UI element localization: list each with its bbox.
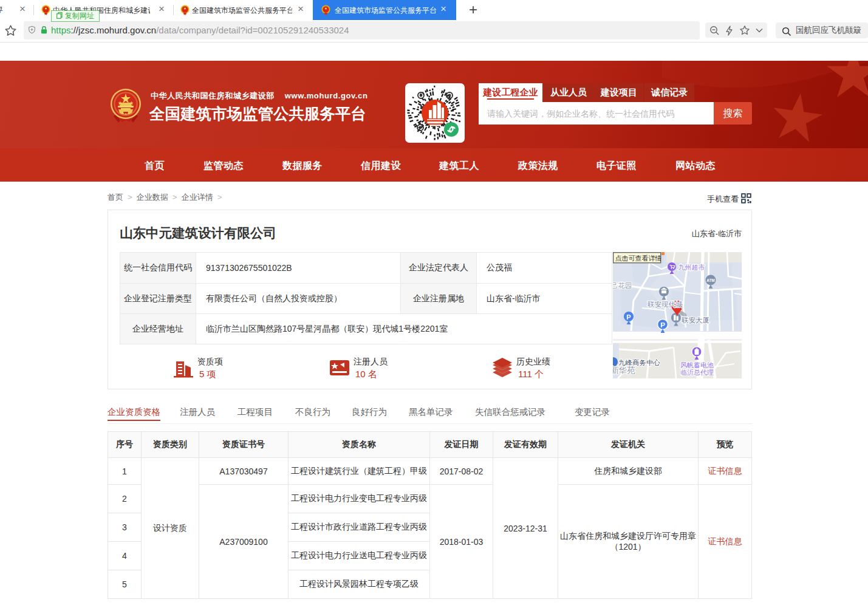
svg-text:临沂总代理: 临沂总代理 [680, 369, 714, 376]
svg-text:新华苑: 新华苑 [613, 366, 635, 375]
svg-text:联安大厦: 联安大厦 [682, 316, 709, 324]
svg-text:九州超市: 九州超市 [678, 264, 705, 271]
svg-text:风帆蓄电池: 风帆蓄电池 [680, 361, 714, 369]
svg-text:联安现代城: 联安现代城 [648, 301, 683, 308]
svg-text:ATM: ATM [706, 278, 715, 282]
svg-text:P: P [660, 321, 665, 329]
svg-text:P: P [626, 313, 630, 321]
svg-text:己花园: 己花园 [613, 282, 632, 289]
svg-text:点击可查看详情: 点击可查看详情 [615, 255, 662, 262]
